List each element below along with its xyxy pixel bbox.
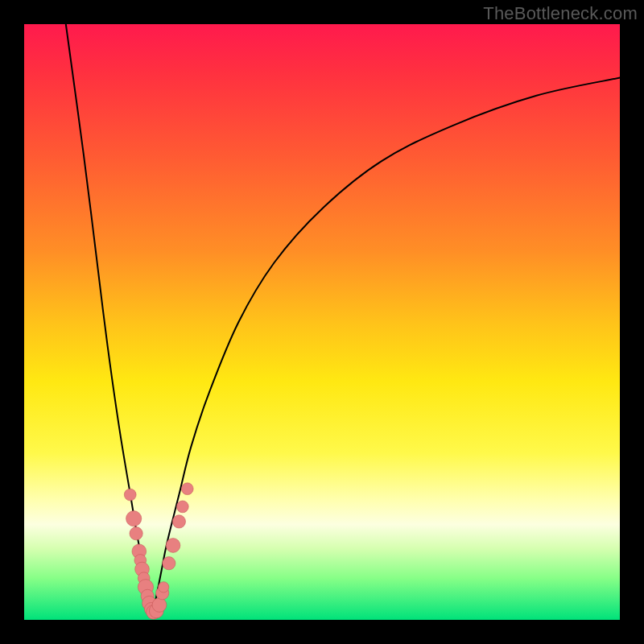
chart-svg bbox=[24, 24, 620, 620]
watermark-text: TheBottleneck.com bbox=[483, 3, 638, 24]
bead-point bbox=[176, 501, 188, 513]
bead-point bbox=[130, 527, 142, 540]
bead-point bbox=[172, 515, 185, 528]
bead-point bbox=[159, 582, 169, 592]
bead-cluster bbox=[124, 483, 193, 619]
bead-point bbox=[152, 598, 167, 613]
bead-point bbox=[166, 539, 180, 553]
chart-frame: TheBottleneck.com bbox=[0, 0, 644, 644]
bead-point bbox=[124, 489, 136, 501]
bead-point bbox=[163, 557, 175, 570]
bead-point bbox=[181, 483, 193, 495]
curve-left-branch bbox=[66, 24, 152, 614]
chart-plot-area bbox=[24, 24, 620, 620]
bead-point bbox=[126, 511, 142, 526]
curve-right-branch bbox=[152, 78, 620, 614]
